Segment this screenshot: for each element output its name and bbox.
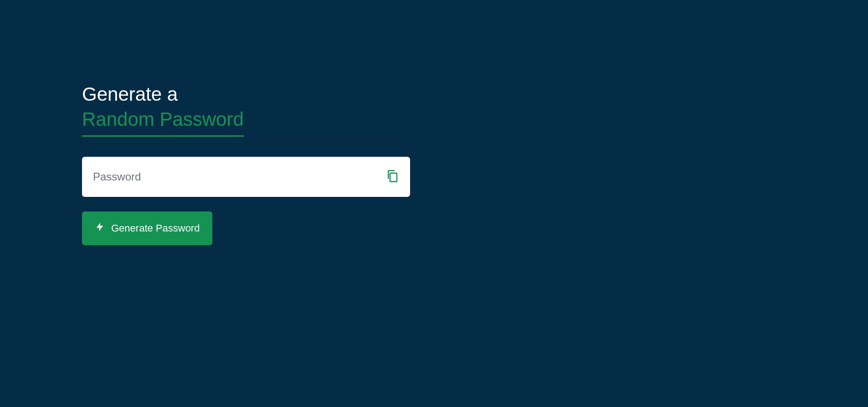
svg-rect-0	[390, 173, 397, 182]
copy-icon[interactable]	[385, 169, 399, 185]
main-container: Generate a Random Password Generate Pass…	[0, 0, 868, 245]
password-input-wrapper	[82, 157, 410, 197]
generate-button[interactable]: Generate Password	[82, 211, 212, 245]
title-line2: Random Password	[82, 107, 244, 137]
password-input[interactable]	[93, 170, 385, 183]
bolt-icon	[95, 221, 105, 236]
generate-button-label: Generate Password	[111, 222, 200, 234]
page-title: Generate a Random Password	[82, 82, 868, 137]
title-line1: Generate a	[82, 83, 178, 105]
